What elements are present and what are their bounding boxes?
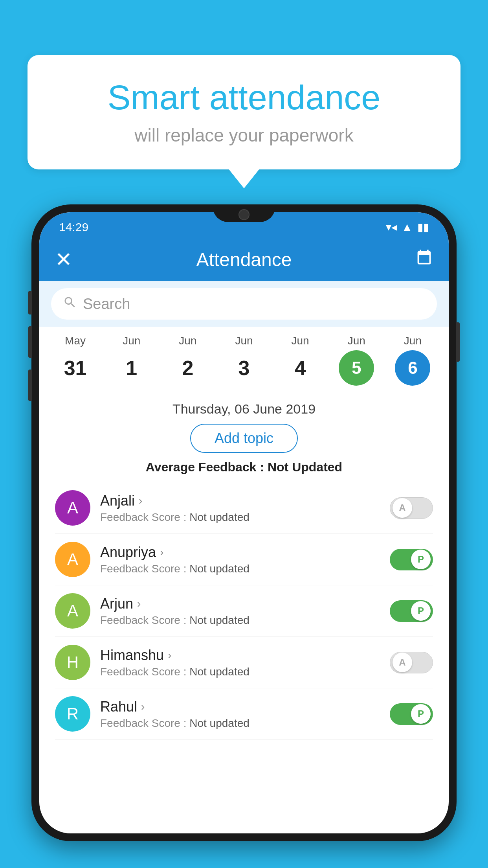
silent-button <box>28 370 32 401</box>
calendar-day[interactable]: Jun6 <box>389 335 436 386</box>
phone-camera <box>238 209 250 220</box>
attendance-toggle[interactable]: P <box>390 600 433 622</box>
student-row: AArjun ›Feedback Score : Not updatedP <box>55 585 433 637</box>
student-row: RRahul ›Feedback Score : Not updatedP <box>55 688 433 740</box>
calendar-day[interactable]: Jun2 <box>164 335 211 386</box>
cal-month-label: Jun <box>292 335 309 347</box>
chevron-icon: › <box>141 701 145 713</box>
signal-icon: ▲ <box>402 221 413 234</box>
wifi-icon: ▾◂ <box>386 221 397 234</box>
speech-bubble: Smart attendance will replace your paper… <box>28 55 460 169</box>
chevron-icon: › <box>160 546 163 559</box>
search-container: Search <box>39 281 449 327</box>
avatar: A <box>55 490 90 526</box>
avatar: A <box>55 542 90 577</box>
student-info: Arjun ›Feedback Score : Not updated <box>100 596 380 627</box>
cal-month-label: Jun <box>235 335 253 347</box>
avatar: A <box>55 593 90 629</box>
phone-frame: 14:29 ▾◂ ▲ ▮▮ ✕ Attendance <box>31 204 457 841</box>
calendar-row: May31Jun1Jun2Jun3Jun4Jun5Jun6 <box>39 327 449 390</box>
student-name[interactable]: Himanshu › <box>100 647 380 664</box>
student-row: HHimanshu ›Feedback Score : Not updatedA <box>55 637 433 688</box>
toggle-knob: P <box>411 550 431 569</box>
toggle-knob: P <box>411 601 431 621</box>
cal-date-number: 1 <box>114 350 149 386</box>
calendar-day[interactable]: Jun1 <box>108 335 155 386</box>
attendance-toggle[interactable]: P <box>390 549 433 570</box>
app-bar: ✕ Attendance <box>39 238 449 281</box>
cal-date-number: 3 <box>226 350 262 386</box>
cal-month-label: May <box>65 335 86 347</box>
power-button <box>456 322 460 362</box>
cal-month-label: Jun <box>179 335 196 347</box>
selected-date-label: Thursday, 06 June 2019 <box>55 401 433 417</box>
calendar-day[interactable]: Jun3 <box>220 335 268 386</box>
student-info: Anjali ›Feedback Score : Not updated <box>100 493 380 524</box>
students-list: AAnjali ›Feedback Score : Not updatedAAA… <box>55 482 433 740</box>
phone-screen: 14:29 ▾◂ ▲ ▮▮ ✕ Attendance <box>39 212 449 833</box>
chevron-icon: › <box>139 495 142 507</box>
student-row: AAnupriya ›Feedback Score : Not updatedP <box>55 534 433 585</box>
volume-up-button <box>28 291 32 314</box>
cal-month-label: Jun <box>123 335 140 347</box>
calendar-button[interactable] <box>409 249 433 270</box>
phone-notch <box>213 204 275 222</box>
cal-date-number: 4 <box>283 350 318 386</box>
battery-icon: ▮▮ <box>417 221 429 234</box>
avatar: H <box>55 645 90 680</box>
student-name[interactable]: Rahul › <box>100 699 380 715</box>
phone-container: 14:29 ▾◂ ▲ ▮▮ ✕ Attendance <box>31 204 457 868</box>
feedback-score: Feedback Score : Not updated <box>100 666 380 678</box>
status-icons: ▾◂ ▲ ▮▮ <box>386 221 429 234</box>
chevron-icon: › <box>137 598 141 610</box>
student-name[interactable]: Arjun › <box>100 596 380 612</box>
volume-down-button <box>28 326 32 358</box>
calendar-day[interactable]: Jun4 <box>277 335 324 386</box>
attendance-toggle[interactable]: A <box>390 497 433 519</box>
feedback-score: Feedback Score : Not updated <box>100 614 380 627</box>
feedback-score: Feedback Score : Not updated <box>100 717 380 730</box>
calendar-day[interactable]: Jun5 <box>333 335 380 386</box>
calendar-day[interactable]: May31 <box>52 335 99 386</box>
speech-bubble-container: Smart attendance will replace your paper… <box>28 55 460 169</box>
toggle-knob: A <box>393 653 412 672</box>
search-icon <box>63 295 77 313</box>
toggle-knob: P <box>411 704 431 724</box>
toggle-knob: A <box>393 498 412 518</box>
status-time: 14:29 <box>59 221 88 234</box>
content-area: Thursday, 06 June 2019 Add topic Average… <box>39 390 449 748</box>
attendance-toggle[interactable]: A <box>390 652 433 673</box>
cal-date-number: 5 <box>339 350 374 386</box>
cal-date-number: 31 <box>58 350 93 386</box>
student-info: Himanshu ›Feedback Score : Not updated <box>100 647 380 678</box>
cal-date-number: 6 <box>395 350 430 386</box>
student-name[interactable]: Anupriya › <box>100 544 380 561</box>
student-row: AAnjali ›Feedback Score : Not updatedA <box>55 482 433 534</box>
feedback-score: Feedback Score : Not updated <box>100 511 380 524</box>
close-button[interactable]: ✕ <box>55 248 79 271</box>
avatar: R <box>55 696 90 732</box>
cal-date-number: 2 <box>170 350 205 386</box>
chevron-icon: › <box>168 649 171 662</box>
attendance-toggle[interactable]: P <box>390 703 433 725</box>
cal-month-label: Jun <box>348 335 365 347</box>
student-info: Rahul ›Feedback Score : Not updated <box>100 699 380 730</box>
student-name[interactable]: Anjali › <box>100 493 380 509</box>
search-placeholder: Search <box>83 296 130 313</box>
feedback-score: Feedback Score : Not updated <box>100 563 380 575</box>
search-bar[interactable]: Search <box>51 288 437 320</box>
student-info: Anupriya ›Feedback Score : Not updated <box>100 544 380 575</box>
avg-feedback: Average Feedback : Not Updated <box>55 460 433 474</box>
app-bar-title: Attendance <box>79 249 409 270</box>
bubble-subtitle: will replace your paperwork <box>59 125 429 146</box>
bubble-title: Smart attendance <box>59 79 429 117</box>
add-topic-button[interactable]: Add topic <box>190 424 298 453</box>
cal-month-label: Jun <box>404 335 422 347</box>
